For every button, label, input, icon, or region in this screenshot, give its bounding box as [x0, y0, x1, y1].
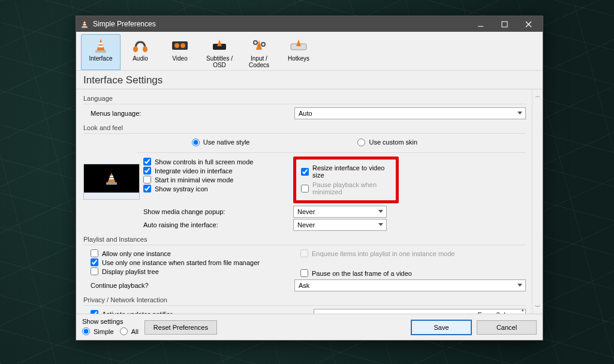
interface-preview — [83, 164, 140, 200]
minimize-button[interactable] — [468, 17, 492, 31]
cancel-button[interactable]: Cancel — [477, 320, 537, 335]
highlight-box: Resize interface to video size Pause pla… — [293, 157, 399, 203]
media-popup-select[interactable]: Never — [293, 206, 387, 218]
scroll-down-icon[interactable]: ﹀ — [535, 303, 541, 311]
titlebar[interactable]: Simple Preferences — [76, 16, 543, 32]
interface-icon — [91, 37, 110, 54]
svg-point-13 — [174, 43, 179, 48]
group-privacy: Privacy / Network Interaction — [83, 296, 526, 303]
svg-point-11 — [143, 46, 148, 52]
cb-one-instance-file-manager[interactable]: Use only one instance when started from … — [91, 258, 300, 266]
svg-rect-2 — [83, 24, 86, 25]
cb-start-minimal[interactable]: Start in minimal view mode — [143, 176, 253, 183]
svg-point-10 — [133, 46, 138, 52]
svg-rect-9 — [98, 46, 103, 47]
cb-show-controls-fullscreen[interactable]: Show controls in full screen mode — [143, 158, 253, 166]
svg-rect-20 — [110, 176, 113, 177]
tab-label: Interface — [83, 55, 119, 62]
category-tabs: Interface Audio Video Subtitles / OSD In… — [76, 32, 543, 71]
svg-rect-7 — [95, 50, 106, 53]
tab-label: Subtitles / OSD — [201, 55, 237, 68]
auto-raise-label: Auto raising the interface: — [143, 221, 293, 228]
divider — [83, 133, 526, 134]
select-value: Auto — [299, 110, 312, 117]
radio-custom-skin[interactable]: Use custom skin — [357, 139, 417, 146]
window-title: Simple Preferences — [93, 20, 156, 28]
tab-video[interactable]: Video — [160, 34, 200, 70]
svg-rect-8 — [99, 43, 103, 44]
subtitles-icon — [210, 37, 229, 54]
group-language: Language — [83, 95, 526, 102]
maximize-button[interactable] — [492, 17, 516, 31]
tab-label: Hotkeys — [281, 55, 317, 62]
cb-allow-one-instance[interactable]: Allow only one instance — [91, 249, 300, 257]
svg-rect-0 — [82, 26, 88, 28]
media-popup-label: Show media change popup: — [143, 208, 293, 215]
cb-enqueue-one-instance: Enqueue items into playlist in one insta… — [300, 249, 526, 257]
tab-hotkeys[interactable]: Hotkeys — [279, 34, 318, 70]
audio-icon — [131, 37, 150, 54]
continue-playback-select[interactable]: Ask — [294, 279, 526, 291]
close-button[interactable] — [516, 17, 540, 31]
cb-resize-to-video[interactable]: Resize interface to video size — [301, 164, 391, 179]
page-title: Interface Settings — [76, 71, 543, 89]
svg-point-14 — [180, 43, 185, 48]
settings-scroll-area: Language Menus language: Auto Look and f… — [76, 89, 532, 314]
svg-rect-12 — [172, 41, 188, 50]
save-button[interactable]: Save — [411, 320, 472, 335]
vertical-scrollbar[interactable]: ︿ ﹀ — [532, 89, 543, 314]
app-icon — [80, 19, 89, 29]
divider — [83, 104, 526, 104]
divider — [83, 245, 526, 245]
codecs-icon — [249, 37, 269, 54]
tab-label: Input / Codecs — [241, 55, 277, 68]
menus-language-label: Menus language: — [91, 110, 294, 117]
tab-label: Video — [162, 55, 198, 62]
window-controls — [468, 17, 540, 31]
divider — [83, 305, 526, 306]
svg-point-17 — [261, 43, 265, 46]
menus-language-select[interactable]: Auto — [294, 107, 526, 119]
cb-show-systray[interactable]: Show systray icon — [143, 185, 253, 192]
auto-raise-select[interactable]: Never — [293, 219, 387, 231]
svg-rect-4 — [502, 22, 507, 27]
reset-preferences-button[interactable]: Reset Preferences — [145, 320, 217, 335]
continue-playback-label: Continue playback? — [91, 282, 294, 289]
cb-pause-last-frame[interactable]: Pause on the last frame of a video — [300, 269, 526, 277]
svg-rect-19 — [106, 182, 117, 185]
tab-subtitles[interactable]: Subtitles / OSD — [200, 34, 239, 70]
cb-display-playlist-tree[interactable]: Display playlist tree — [91, 267, 300, 275]
svg-rect-1 — [83, 22, 85, 23]
tab-audio[interactable]: Audio — [121, 34, 160, 70]
radio-native-style[interactable]: Use native style — [192, 139, 250, 146]
radio-all[interactable]: All — [120, 327, 139, 335]
radio-simple[interactable]: Simple — [82, 327, 114, 335]
divider — [137, 152, 526, 153]
show-settings-label: Show settings — [82, 318, 139, 325]
tab-input-codecs[interactable]: Input / Codecs — [239, 34, 279, 70]
footer: Show settings Simple All Reset Preferenc… — [76, 314, 543, 340]
cb-integrate-video[interactable]: Integrate video in interface — [143, 167, 253, 175]
group-playlist: Playlist and Instances — [83, 236, 526, 243]
tab-interface[interactable]: Interface — [81, 34, 121, 70]
update-interval-spinner[interactable]: Every 3 days — [314, 309, 526, 314]
cb-pause-minimized[interactable]: Pause playback when minimized — [301, 181, 391, 195]
hotkeys-icon — [289, 37, 308, 54]
group-look-feel: Look and feel — [83, 124, 526, 131]
scroll-up-icon[interactable]: ︿ — [535, 92, 541, 100]
svg-point-16 — [254, 41, 257, 44]
preferences-window: Simple Preferences Interface Audio Video… — [76, 16, 543, 341]
tab-label: Audio — [122, 55, 158, 62]
svg-rect-21 — [109, 178, 114, 179]
video-icon — [170, 37, 189, 54]
